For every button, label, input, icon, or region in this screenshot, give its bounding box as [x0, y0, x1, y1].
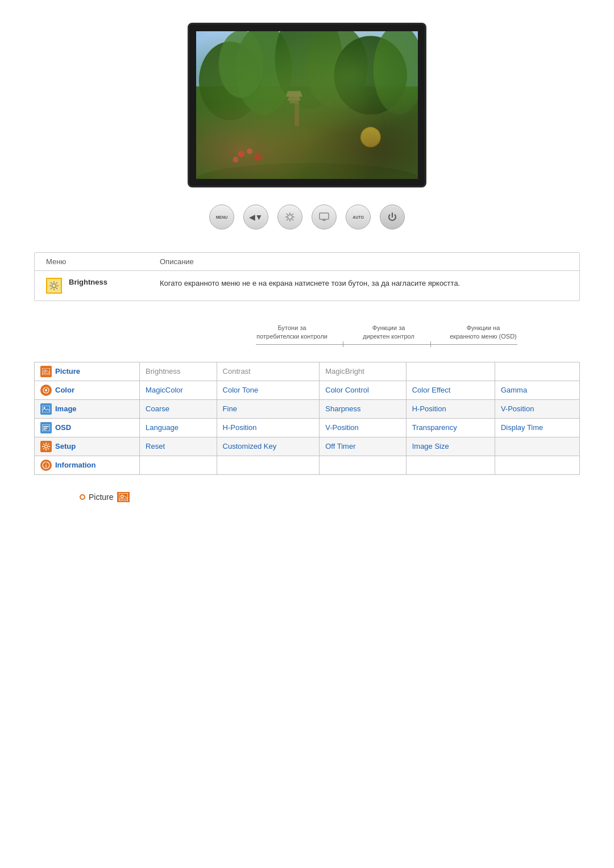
info-menu-cell[interactable]: i Information: [35, 456, 140, 474]
power-icon: [388, 212, 397, 222]
header-menu-col: Меню: [46, 257, 160, 266]
image-sub1: Coarse: [140, 399, 217, 418]
brightness-icon: [284, 211, 296, 223]
power-button[interactable]: [380, 205, 405, 229]
image-sub5: V-Position: [495, 399, 579, 418]
picture-label: Picture: [55, 367, 80, 375]
header-desc-col: Описание: [160, 257, 568, 266]
table-row: Image Coarse Fine Sharpness H-Position V…: [35, 399, 580, 418]
info-sub3-empty: [320, 456, 406, 474]
table-row: i Information: [35, 456, 580, 474]
monitor-section: [34, 23, 580, 187]
diagram-labels: Бутони за потребителски контроли Функции…: [239, 324, 534, 341]
svg-line-67: [124, 495, 128, 498]
menu-button-label: MENU: [216, 215, 228, 219]
svg-point-15: [254, 153, 262, 161]
info-icon-svg: i: [42, 461, 50, 469]
svg-rect-0: [196, 31, 418, 86]
setup-label: Setup: [55, 442, 76, 450]
svg-point-20: [288, 215, 292, 219]
svg-point-2: [199, 41, 261, 120]
image-icon: [40, 403, 52, 415]
setup-icon: [40, 441, 52, 452]
info-icon: i: [40, 460, 52, 471]
setup-sub2: Customized Key: [217, 437, 320, 456]
source-icon: [319, 212, 329, 222]
osd-sub1: Language: [140, 418, 217, 437]
svg-line-26: [292, 219, 294, 221]
picture-sub5-empty: [495, 362, 579, 381]
nav-button[interactable]: ◀▼: [243, 205, 268, 229]
picture-menu-cell[interactable]: Picture: [35, 362, 140, 381]
osd-table: Picture Brightness Contrast MagicBright: [34, 362, 580, 475]
svg-rect-1: [196, 86, 418, 179]
svg-line-27: [292, 214, 294, 215]
info-sub5-empty: [495, 456, 579, 474]
monitor-screen: [196, 31, 418, 179]
picture-sub1: Brightness: [140, 362, 217, 381]
image-sub2: Fine: [217, 399, 320, 418]
svg-line-37: [51, 282, 52, 284]
info-sub4-empty: [406, 456, 495, 474]
svg-point-18: [362, 128, 380, 147]
setup-sub5-empty: [495, 437, 579, 456]
color-sub3: Color Control: [320, 381, 406, 399]
source-button[interactable]: [312, 205, 337, 229]
osd-sub3: V-Position: [320, 418, 406, 437]
osd-menu-cell[interactable]: OSD: [35, 418, 140, 437]
osd-sub4: Transparency: [406, 418, 495, 437]
info-sub2-empty: [217, 456, 320, 474]
picture-sub4-empty: [406, 362, 495, 381]
svg-line-59: [48, 448, 49, 449]
svg-marker-11: [287, 95, 301, 101]
picture-icon-svg: [42, 368, 50, 375]
svg-point-3: [235, 31, 292, 115]
picture-bottom-text: Picture: [89, 493, 114, 502]
svg-line-61: [43, 448, 44, 449]
info-table-header: Меню Описание: [35, 253, 579, 271]
image-menu-cell[interactable]: Image: [35, 399, 140, 418]
image-sub3: Sharpness: [320, 399, 406, 418]
svg-line-25: [287, 214, 288, 215]
brightness-menu-name: Brightness: [69, 278, 160, 286]
svg-line-58: [43, 444, 44, 445]
svg-line-40: [51, 288, 52, 290]
svg-marker-10: [289, 98, 299, 103]
svg-point-32: [52, 284, 56, 288]
menu-button[interactable]: MENU: [209, 205, 234, 229]
svg-rect-29: [320, 213, 329, 219]
svg-point-43: [44, 370, 46, 372]
svg-text:i: i: [45, 463, 47, 469]
svg-line-28: [287, 219, 288, 221]
diagram-label-1: Бутони за потребителски контроли: [256, 324, 327, 341]
color-menu-cell[interactable]: Color: [35, 381, 140, 399]
osd-sub5: Display Time: [495, 418, 579, 437]
color-sub2: Color Tone: [217, 381, 320, 399]
osd-sub2: H-Position: [217, 418, 320, 437]
color-label: Color: [55, 386, 74, 394]
svg-rect-9: [294, 103, 299, 126]
setup-menu-cell[interactable]: Setup: [35, 437, 140, 456]
setup-sub3: Off Timer: [320, 437, 406, 456]
picture-bottom-icon-svg: [119, 493, 128, 501]
diagram-section: Бутони за потребителски контроли Функции…: [34, 324, 580, 350]
svg-point-8: [374, 31, 418, 115]
picture-bottom-label: Picture: [80, 492, 580, 502]
color-sub1: MagicColor: [140, 381, 217, 399]
brightness-description: Когато екранното меню не е на екрана нат…: [160, 278, 568, 289]
brightness-menu-icon: [46, 278, 62, 294]
auto-button[interactable]: AUTO: [346, 205, 371, 229]
svg-point-4: [219, 31, 264, 98]
table-row: OSD Language H-Position V-Position Trans…: [35, 418, 580, 437]
info-table: Меню Описание Brightness Когато екраннот…: [34, 252, 580, 301]
table-row: Setup Reset Customized Key Off Timer Ima…: [35, 437, 580, 456]
svg-point-14: [247, 148, 252, 154]
info-table-row: Brightness Когато екранното меню не е на…: [35, 271, 579, 301]
svg-rect-52: [43, 429, 46, 430]
svg-point-5: [275, 31, 343, 109]
osd-table-section: Picture Brightness Contrast MagicBright: [34, 362, 580, 475]
diagram-line-row: [239, 341, 534, 347]
brightness-button[interactable]: [277, 205, 302, 229]
svg-point-46: [45, 389, 47, 391]
diagram-label-2: Функции за директен контрол: [363, 324, 414, 341]
